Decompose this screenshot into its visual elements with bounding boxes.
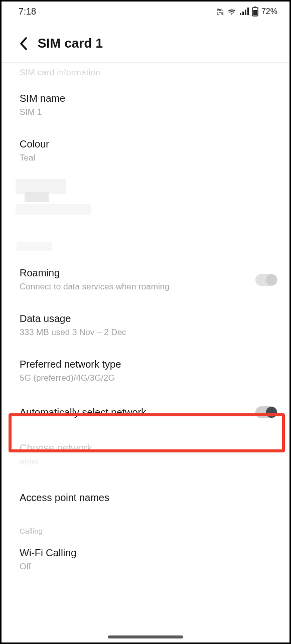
item-value: SIM 1 [20,107,271,117]
section-calling: Calling [2,514,289,538]
item-sub: 5G (preferred)/4G/3G/2G [20,373,271,383]
item-sub: 333 MB used 3 Nov – 2 Dec [20,328,271,338]
back-icon[interactable] [19,37,29,51]
item-label: Data usage [20,313,271,325]
settings-list: SIM card information SIM name SIM 1 Colo… [2,63,289,582]
svg-rect-2 [245,10,246,15]
item-label: SIM name [20,93,271,104]
battery-percent: 72% [261,7,277,16]
item-label: Roaming [20,267,255,279]
redacted-section-label [2,224,289,256]
wifi-icon [227,8,237,16]
item-label: Wi-Fi Calling [20,547,271,559]
redacted-block [2,173,289,224]
item-apn[interactable]: Access point names [2,477,289,514]
item-sub: Off [20,562,271,572]
status-bar: 7:18 VoL LTE 72% [2,2,289,22]
svg-rect-3 [247,8,249,15]
home-indicator[interactable] [108,635,183,638]
status-right: VoL LTE 72% [217,7,277,17]
item-sim-name[interactable]: SIM name SIM 1 [2,78,289,127]
item-label: Automatically select network [20,407,255,418]
item-label: Colour [20,138,271,150]
item-label: Choose network [20,442,271,454]
item-label: Access point names [20,492,271,504]
page-title: SIM card 1 [38,36,103,51]
item-sub: airtel [20,457,271,467]
signal-icon [240,8,249,16]
item-label: Preferred network type [20,359,271,370]
item-roaming[interactable]: Roaming Connect to data services when ro… [2,256,289,302]
item-auto-select-network[interactable]: Automatically select network [2,393,289,431]
item-data-usage[interactable]: Data usage 333 MB used 3 Nov – 2 Dec [2,302,289,348]
volte-icon: VoL LTE [217,8,224,15]
battery-icon [252,7,258,17]
item-value: Teal [20,153,271,163]
item-choose-network: Choose network airtel [2,431,289,477]
page-header: SIM card 1 [2,22,289,62]
svg-rect-6 [253,10,257,16]
item-colour[interactable]: Colour Teal [2,127,289,173]
status-time: 7:18 [19,7,36,17]
auto-select-toggle[interactable] [255,406,277,418]
section-sim-info: SIM card information [2,63,289,78]
item-preferred-network[interactable]: Preferred network type 5G (preferred)/4G… [2,348,289,393]
item-wifi-calling[interactable]: Wi-Fi Calling Off [2,538,289,582]
roaming-toggle[interactable] [255,274,277,286]
svg-rect-1 [242,12,244,15]
svg-rect-0 [240,13,241,15]
item-sub: Connect to data services when roaming [20,282,255,292]
